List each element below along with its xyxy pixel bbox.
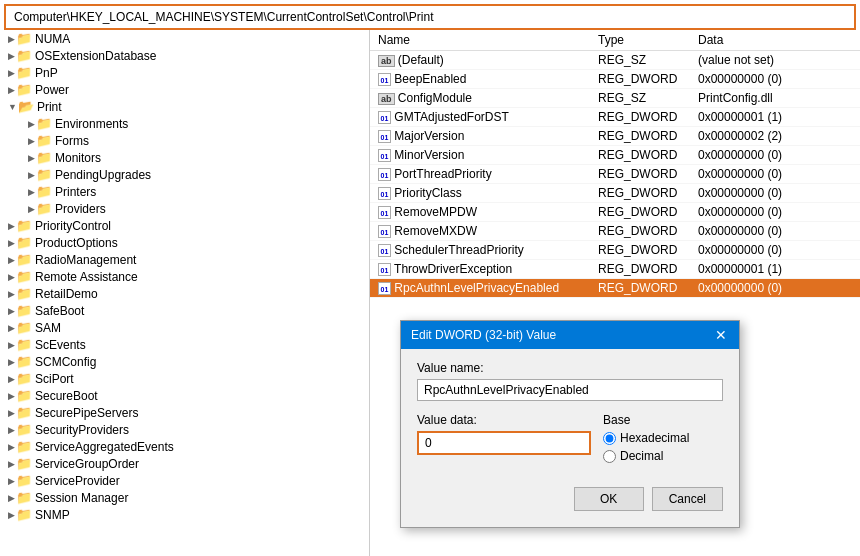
cell-data: 0x00000000 (0) — [690, 222, 860, 241]
cell-name: 01 MajorVersion — [370, 127, 590, 146]
tree-item-prioritycontrol[interactable]: ▶📁PriorityControl — [0, 217, 369, 234]
cell-data: 0x00000001 (1) — [690, 260, 860, 279]
tree-item-forms[interactable]: ▶📁Forms — [0, 132, 369, 149]
tree-item-environments[interactable]: ▶📁Environments — [0, 115, 369, 132]
cell-type: REG_DWORD — [590, 184, 690, 203]
table-row[interactable]: 01 SchedulerThreadPriorityREG_DWORD0x000… — [370, 241, 860, 260]
address-path: Computer\HKEY_LOCAL_MACHINE\SYSTEM\Curre… — [14, 10, 433, 24]
table-row[interactable]: ab ConfigModuleREG_SZPrintConfig.dll — [370, 89, 860, 108]
tree-label: PnP — [35, 66, 58, 80]
table-row[interactable]: 01 BeepEnabledREG_DWORD0x00000000 (0) — [370, 70, 860, 89]
table-row[interactable]: 01 RemoveMPDWREG_DWORD0x00000000 (0) — [370, 203, 860, 222]
tree-item-snmp[interactable]: ▶📁SNMP — [0, 506, 369, 523]
tree-item-serviceprov[interactable]: ▶📁ServiceProvider — [0, 472, 369, 489]
tree-label: PendingUpgrades — [55, 168, 151, 182]
tree-item-servicegrp[interactable]: ▶📁ServiceGroupOrder — [0, 455, 369, 472]
tree-item-numa[interactable]: ▶📁NUMA — [0, 30, 369, 47]
tree-item-pendingupgrades[interactable]: ▶📁PendingUpgrades — [0, 166, 369, 183]
tree-item-sam[interactable]: ▶📁SAM — [0, 319, 369, 336]
tree-item-providers[interactable]: ▶📁Providers — [0, 200, 369, 217]
cell-type: REG_DWORD — [590, 165, 690, 184]
tree-label: SafeBoot — [35, 304, 84, 318]
cell-name: 01 RemoveMXDW — [370, 222, 590, 241]
tree-item-radiomgmt[interactable]: ▶📁RadioManagement — [0, 251, 369, 268]
base-label: Base — [603, 413, 723, 427]
tree-item-serviceagg[interactable]: ▶📁ServiceAggregatedEvents — [0, 438, 369, 455]
table-row[interactable]: 01 RpcAuthnLevelPrivacyEnabledREG_DWORD0… — [370, 279, 860, 298]
cell-name: 01 RemoveMPDW — [370, 203, 590, 222]
tree-item-printers[interactable]: ▶📁Printers — [0, 183, 369, 200]
tree-label: SCMConfig — [35, 355, 96, 369]
cell-type: REG_DWORD — [590, 70, 690, 89]
cell-type: REG_SZ — [590, 89, 690, 108]
tree-label: SecurePipeServers — [35, 406, 138, 420]
cell-type: REG_DWORD — [590, 203, 690, 222]
cell-data: PrintConfig.dll — [690, 89, 860, 108]
tree-item-sessionmgr[interactable]: ▶📁Session Manager — [0, 489, 369, 506]
tree-item-productoptions[interactable]: ▶📁ProductOptions — [0, 234, 369, 251]
tree-item-retaildemo[interactable]: ▶📁RetailDemo — [0, 285, 369, 302]
tree-item-securepipe[interactable]: ▶📁SecurePipeServers — [0, 404, 369, 421]
tree-item-monitors[interactable]: ▶📁Monitors — [0, 149, 369, 166]
cell-type: REG_DWORD — [590, 127, 690, 146]
table-row[interactable]: 01 MinorVersionREG_DWORD0x00000000 (0) — [370, 146, 860, 165]
cell-data: 0x00000000 (0) — [690, 184, 860, 203]
tree-label: PriorityControl — [35, 219, 111, 233]
tree-item-scevents[interactable]: ▶📁ScEvents — [0, 336, 369, 353]
col-header-data: Data — [690, 30, 860, 51]
tree-item-safeboot[interactable]: ▶📁SafeBoot — [0, 302, 369, 319]
value-data-input[interactable] — [417, 431, 591, 455]
table-row[interactable]: 01 PriorityClassREG_DWORD0x00000000 (0) — [370, 184, 860, 203]
values-table: Name Type Data ab (Default)REG_SZ(value … — [370, 30, 860, 298]
base-radio-hex[interactable]: Hexadecimal — [603, 431, 723, 445]
tree-label: OSExtensionDatabase — [35, 49, 156, 63]
tree-label: SAM — [35, 321, 61, 335]
cell-data: 0x00000001 (1) — [690, 108, 860, 127]
table-row[interactable]: 01 ThrowDriverExceptionREG_DWORD0x000000… — [370, 260, 860, 279]
tree-item-sciport[interactable]: ▶📁SciPort — [0, 370, 369, 387]
address-bar: Computer\HKEY_LOCAL_MACHINE\SYSTEM\Curre… — [4, 4, 856, 30]
cell-type: REG_DWORD — [590, 222, 690, 241]
cancel-button[interactable]: Cancel — [652, 487, 723, 511]
table-row[interactable]: 01 RemoveMXDWREG_DWORD0x00000000 (0) — [370, 222, 860, 241]
cell-name: 01 PriorityClass — [370, 184, 590, 203]
tree-label: Forms — [55, 134, 89, 148]
tree-label: ScEvents — [35, 338, 86, 352]
tree-item-remoteassist[interactable]: ▶📁Remote Assistance — [0, 268, 369, 285]
tree-label: Remote Assistance — [35, 270, 138, 284]
cell-type: REG_DWORD — [590, 279, 690, 298]
tree-item-secproviders[interactable]: ▶📁SecurityProviders — [0, 421, 369, 438]
tree-item-secureboot[interactable]: ▶📁SecureBoot — [0, 387, 369, 404]
cell-type: REG_SZ — [590, 51, 690, 70]
tree-label: SecurityProviders — [35, 423, 129, 437]
col-header-type: Type — [590, 30, 690, 51]
cell-type: REG_DWORD — [590, 260, 690, 279]
tree-item-osextdb[interactable]: ▶📁OSExtensionDatabase — [0, 47, 369, 64]
value-name-input[interactable] — [417, 379, 723, 401]
cell-type: REG_DWORD — [590, 241, 690, 260]
table-row[interactable]: 01 GMTAdjustedForDSTREG_DWORD0x00000001 … — [370, 108, 860, 127]
tree-label: ServiceProvider — [35, 474, 120, 488]
cell-type: REG_DWORD — [590, 108, 690, 127]
tree-label: SciPort — [35, 372, 74, 386]
tree-item-power[interactable]: ▶📁Power — [0, 81, 369, 98]
table-row[interactable]: 01 MajorVersionREG_DWORD0x00000002 (2) — [370, 127, 860, 146]
tree-item-scmconfig[interactable]: ▶📁SCMConfig — [0, 353, 369, 370]
tree-label: Environments — [55, 117, 128, 131]
base-radio-dec[interactable]: Decimal — [603, 449, 723, 463]
table-row[interactable]: ab (Default)REG_SZ(value not set) — [370, 51, 860, 70]
edit-dword-dialog: Edit DWORD (32-bit) Value ✕ Value name: … — [400, 320, 740, 528]
tree-label: Providers — [55, 202, 106, 216]
tree-label: Session Manager — [35, 491, 128, 505]
col-header-name: Name — [370, 30, 590, 51]
tree-item-pnp[interactable]: ▶📁PnP — [0, 64, 369, 81]
tree-label: RadioManagement — [35, 253, 136, 267]
cell-data: 0x00000000 (0) — [690, 165, 860, 184]
table-row[interactable]: 01 PortThreadPriorityREG_DWORD0x00000000… — [370, 165, 860, 184]
modal-close-button[interactable]: ✕ — [713, 327, 729, 343]
tree-item-print[interactable]: ▼📂Print — [0, 98, 369, 115]
ok-button[interactable]: OK — [574, 487, 644, 511]
cell-name: 01 ThrowDriverException — [370, 260, 590, 279]
cell-data: (value not set) — [690, 51, 860, 70]
value-data-label: Value data: — [417, 413, 591, 427]
